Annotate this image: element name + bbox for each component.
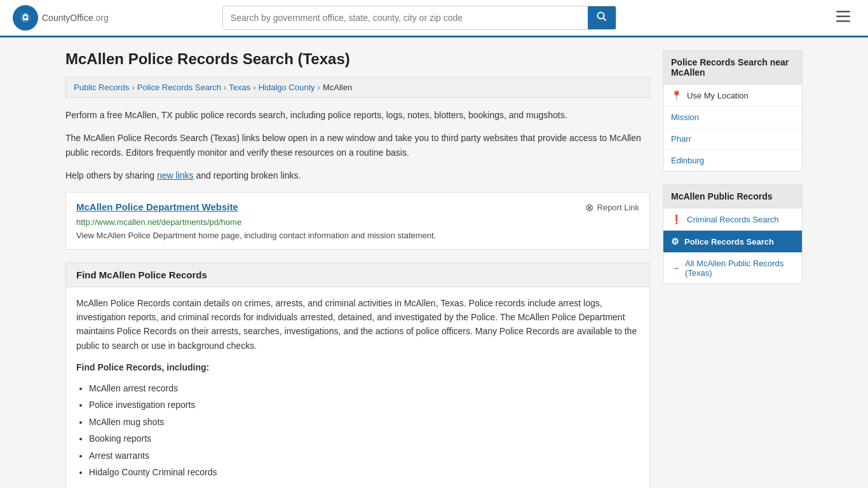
list-item: Booking reports — [89, 430, 639, 447]
breadcrumb-sep-3: › — [253, 83, 255, 92]
edinburg-link[interactable]: Edinburg — [671, 156, 704, 165]
list-item: McAllen mug shots — [89, 414, 639, 431]
breadcrumb-texas[interactable]: Texas — [229, 83, 250, 92]
breadcrumb-police-records-search[interactable]: Police Records Search — [137, 83, 221, 92]
exclamation-icon: ❗ — [671, 214, 682, 224]
main-content: McAllen Police Records Search (Texas) Pu… — [65, 50, 650, 488]
sidebar-criminal-records[interactable]: ❗ Criminal Records Search — [663, 208, 802, 231]
pharr-link[interactable]: Pharr — [671, 134, 691, 144]
location-icon: 📍 — [671, 90, 682, 100]
breadcrumb-sep-2: › — [224, 83, 226, 92]
main-layout: McAllen Police Records Search (Texas) Pu… — [53, 37, 815, 488]
gear-icon: ⚙ — [671, 236, 679, 247]
menu-button[interactable] — [831, 7, 855, 29]
sidebar-use-my-location[interactable]: 📍 Use My Location — [663, 85, 802, 107]
find-section-body: McAllen Police Records contain details o… — [66, 287, 649, 488]
find-section-text: McAllen Police Records contain details o… — [76, 296, 639, 353]
police-dept-link-card: McAllen Police Department Website ⊗ Repo… — [65, 192, 650, 250]
police-dept-description: View McAllen Police Department home page… — [76, 231, 639, 240]
police-dept-url[interactable]: http://www.mcallen.net/departments/pd/ho… — [76, 217, 639, 227]
description-3: Help others by sharing new links and rep… — [65, 168, 650, 182]
sidebar-item-pharr[interactable]: Pharr — [663, 128, 802, 150]
svg-point-2 — [24, 16, 27, 18]
find-section-header: Find McAllen Police Records — [66, 263, 649, 287]
find-list-label: Find Police Records, including: — [76, 360, 639, 374]
list-item: Arrest warrants — [89, 447, 639, 464]
sidebar-item-edinburg[interactable]: Edinburg — [663, 150, 802, 171]
report-link-label: Report Link — [597, 203, 639, 212]
site-logo[interactable]: CountyOffice.org — [13, 5, 109, 30]
report-link-button[interactable]: ⊗ Report Link — [585, 201, 639, 214]
use-my-location-label: Use My Location — [687, 91, 749, 100]
breadcrumb: Public Records › Police Records Search ›… — [65, 77, 650, 98]
mission-link[interactable]: Mission — [671, 112, 699, 122]
sidebar-public-records-title: McAllen Public Records — [663, 185, 802, 208]
search-bar — [222, 6, 616, 30]
sidebar-police-records[interactable]: ⚙ Police Records Search — [663, 231, 802, 253]
breadcrumb-hidalgo-county[interactable]: Hidalgo County — [259, 83, 315, 92]
link-card-header: McAllen Police Department Website ⊗ Repo… — [76, 201, 639, 214]
site-header: CountyOffice.org — [0, 0, 868, 37]
page-title: McAllen Police Records Search (Texas) — [65, 50, 650, 68]
search-button[interactable] — [588, 6, 616, 29]
svg-rect-5 — [836, 11, 850, 13]
police-records-label: Police Records Search — [684, 237, 774, 247]
svg-rect-7 — [836, 20, 850, 22]
desc3-suffix: and reporting broken links. — [194, 170, 301, 180]
description-1: Perform a free McAllen, TX public police… — [65, 108, 650, 122]
sidebar-public-records-section: McAllen Public Records ❗ Criminal Record… — [663, 184, 803, 284]
sidebar-near-title: Police Records Search near McAllen — [663, 51, 802, 85]
find-section-box: Find McAllen Police Records McAllen Poli… — [65, 262, 650, 488]
list-item: McAllen arrest records — [89, 380, 639, 397]
svg-rect-6 — [836, 16, 850, 18]
find-records-list: McAllen arrest records Police investigat… — [89, 380, 639, 482]
svg-line-4 — [603, 18, 606, 21]
sidebar-all-public-records[interactable]: → All McAllen Public Records (Texas) — [663, 253, 802, 283]
all-public-records-link[interactable]: All McAllen Public Records (Texas) — [685, 259, 794, 278]
description-2: The McAllen Police Records Search (Texas… — [65, 131, 650, 159]
breadcrumb-sep-4: › — [318, 83, 320, 92]
police-dept-link-title[interactable]: McAllen Police Department Website — [76, 201, 238, 212]
search-input[interactable] — [223, 6, 588, 29]
sidebar-near-section: Police Records Search near McAllen 📍 Use… — [663, 50, 803, 172]
report-icon: ⊗ — [585, 201, 593, 214]
list-item: Police investigation reports — [89, 396, 639, 414]
breadcrumb-mcallen: McAllen — [323, 83, 352, 92]
arrow-icon: → — [671, 263, 680, 273]
logo-icon — [13, 5, 38, 30]
desc3-prefix: Help others by sharing — [65, 170, 157, 180]
logo-text: CountyOffice.org — [42, 11, 109, 24]
sidebar: Police Records Search near McAllen 📍 Use… — [663, 50, 803, 297]
list-item: Hidalgo County Criminal records — [89, 464, 639, 481]
sidebar-item-mission[interactable]: Mission — [663, 107, 802, 128]
new-links-link[interactable]: new links — [157, 170, 194, 180]
breadcrumb-sep-1: › — [132, 83, 134, 92]
criminal-records-link[interactable]: Criminal Records Search — [687, 215, 779, 224]
breadcrumb-public-records[interactable]: Public Records — [74, 83, 129, 92]
